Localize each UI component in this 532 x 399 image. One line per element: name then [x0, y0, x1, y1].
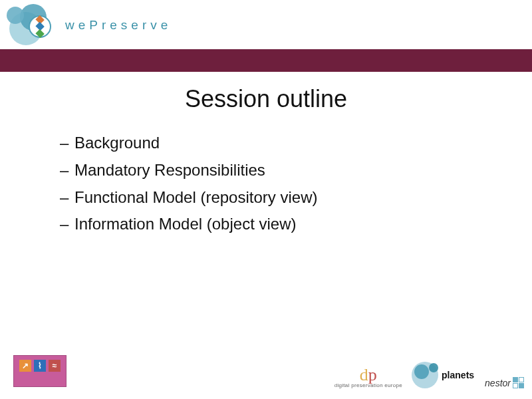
caspar-logo-icon: ↗ ⌇ ≈	[13, 355, 66, 387]
header: wePreserve	[0, 0, 532, 47]
list-item: Functional Model (repository view)	[60, 184, 317, 211]
partner-logos: dp digital preservation europe planets n…	[334, 362, 524, 388]
dpe-label: digital preservation europe	[334, 382, 402, 388]
list-item: Information Model (object view)	[60, 211, 317, 238]
list-item: Mandatory Responsibilities	[60, 157, 317, 184]
brand-logo: wePreserve	[5, 5, 172, 45]
list-item: Background	[60, 130, 317, 157]
brand-text: wePreserve	[65, 18, 172, 33]
bullet-list: Background Mandatory Responsibilities Fu…	[60, 130, 317, 238]
planets-label: planets	[440, 370, 475, 380]
planets-logo-icon: planets	[412, 362, 475, 388]
nestor-logo-icon: nestor	[485, 377, 524, 388]
slide-title: Session outline	[0, 85, 532, 113]
dpe-logo-icon: dp digital preservation europe	[334, 368, 402, 388]
nestor-label: nestor	[485, 378, 511, 388]
divider-bar	[0, 49, 532, 72]
footer: ↗ ⌇ ≈ dp digital preservation europe pla…	[0, 346, 532, 392]
wepreserve-icon	[5, 5, 57, 45]
